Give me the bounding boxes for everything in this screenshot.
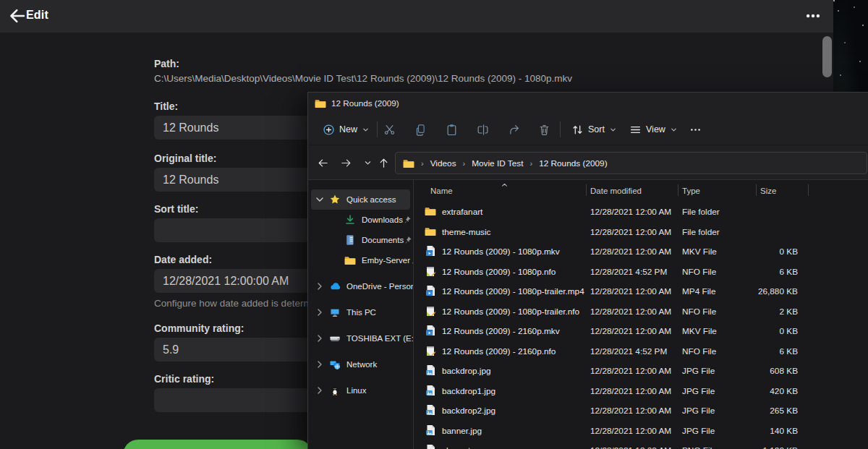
sort-arrows-icon (571, 124, 584, 136)
nav-forward-button[interactable] (337, 154, 354, 171)
file-row[interactable]: extrafanart12/28/2021 12:00 AMFile folde… (414, 202, 868, 222)
folder-icon (344, 255, 356, 266)
file-row[interactable]: theme-music12/28/2021 12:00 AMFile folde… (414, 222, 868, 242)
sidebar-item-this-pc[interactable]: This PC (311, 302, 410, 322)
file-date-modified: 12/28/2021 12:00 AM (590, 227, 671, 237)
sidebar-item-emby-server[interactable]: Emby-Server (311, 250, 410, 270)
file-date-modified: 12/28/2021 4:52 PM (590, 267, 667, 277)
sidebar-item-onedrive-personal[interactable]: OneDrive - Personal (311, 276, 410, 296)
save-button[interactable] (123, 440, 312, 449)
file-row[interactable]: backdrop.jpg12/28/2021 12:00 AMJPG File6… (414, 361, 868, 381)
file-date-modified: 12/28/2021 12:00 AM (590, 386, 671, 396)
file-row[interactable]: 12 Rounds (2009) - 2160p.mkv12/28/2021 1… (414, 321, 868, 341)
cut-button[interactable] (377, 118, 401, 141)
file-date-modified: 12/28/2021 12:00 AM (590, 307, 671, 317)
file-name: 12 Rounds (2009) - 1080p.mkv (442, 247, 560, 257)
paste-button[interactable] (439, 118, 464, 141)
column-header-size[interactable]: Size (760, 187, 776, 195)
chevron-down-icon (362, 126, 370, 134)
sidebar-item-documents[interactable]: Documents (311, 230, 410, 250)
image-file-icon (425, 424, 436, 436)
document-icon (344, 234, 356, 246)
rename-icon (477, 124, 489, 136)
breadcrumb[interactable]: › Videos › Movie ID Test › 12 Rounds (20… (395, 152, 867, 174)
more-options-button[interactable] (683, 118, 707, 141)
breadcrumb-separator: › (529, 159, 532, 168)
file-row[interactable]: banner.jpg12/28/2021 12:00 AMJPG File140… (414, 421, 868, 441)
view-button[interactable]: View (625, 118, 682, 141)
folder-icon (425, 226, 436, 237)
file-list-pane: Name Date modified Type Size extrafanart… (414, 180, 868, 449)
column-separator[interactable] (808, 184, 809, 196)
onedrive-icon (329, 281, 341, 292)
column-header-type[interactable]: Type (682, 187, 700, 195)
file-row[interactable]: 12 Rounds (2009) - 1080p.mkv12/28/2021 1… (414, 241, 868, 262)
emby-header: Edit (0, 0, 833, 33)
column-separator[interactable] (756, 184, 757, 196)
file-size: 26,880 KB (718, 286, 798, 296)
breadcrumb-12-rounds-2009[interactable]: 12 Rounds (2009) (539, 158, 607, 168)
chevron-right-icon[interactable] (314, 359, 326, 370)
column-header-name[interactable]: Name (430, 187, 453, 195)
chevron-right-icon[interactable] (314, 281, 326, 292)
file-date-modified: 12/28/2021 4:52 PM (590, 346, 667, 356)
arrow-right-icon (341, 158, 352, 168)
file-date-modified: 12/28/2021 12:00 AM (590, 286, 671, 296)
video-file-icon (425, 285, 436, 296)
share-button[interactable] (501, 118, 526, 141)
chevron-down-icon[interactable] (314, 194, 326, 205)
file-name: 12 Rounds (2009) - 2160p.mkv (442, 326, 560, 336)
breadcrumb-videos[interactable]: Videos (430, 158, 456, 168)
scissors-icon (383, 124, 396, 136)
nav-up-button[interactable] (375, 154, 392, 171)
sidebar-item-network[interactable]: Network (311, 354, 410, 375)
chevron-right-icon[interactable] (314, 307, 326, 318)
view-button-label: View (646, 124, 665, 134)
file-row[interactable]: backdrop2.jpg12/28/2021 12:00 AMJPG File… (414, 401, 868, 421)
file-row[interactable]: 12 Rounds (2009) - 1080p.nfo12/28/2021 4… (414, 262, 868, 282)
stars (833, 0, 835, 1)
delete-button[interactable] (532, 118, 556, 141)
sidebar-item-toshiba-ext-e[interactable]: TOSHIBA EXT (E:) (311, 328, 410, 348)
column-header-date-modified[interactable]: Date modified (590, 187, 642, 195)
drive-icon (329, 333, 341, 344)
file-date-modified: 12/28/2021 12:00 AM (590, 366, 671, 376)
file-explorer-window: 12 Rounds (2009) New (307, 92, 868, 449)
file-row[interactable]: backdrop1.jpg12/28/2021 12:00 AMJPG File… (414, 381, 868, 401)
file-size: 140 KB (718, 426, 798, 436)
column-separator[interactable] (678, 184, 678, 196)
file-type: JPG File (682, 426, 715, 436)
scrollbar-thumb[interactable] (822, 36, 832, 77)
chevron-down-icon (364, 159, 372, 167)
file-row[interactable]: 12 Rounds (2009) - 1080p-trailer.nfo12/2… (414, 302, 868, 322)
rename-button[interactable] (470, 118, 495, 141)
sidebar-item-downloads[interactable]: Downloads (311, 210, 410, 230)
nfo-file-icon (425, 345, 436, 356)
new-button[interactable]: New (318, 118, 374, 141)
video-file-icon (425, 245, 436, 257)
image-file-icon (425, 385, 436, 396)
screen: Edit Path: C:\Users\Media\Desktop\Videos… (0, 0, 868, 449)
file-row[interactable]: 12 Rounds (2009) - 1080p-trailer.mp412/2… (414, 281, 868, 302)
sidebar-item-quick-access[interactable]: Quick access (311, 189, 410, 210)
column-separator[interactable] (586, 184, 587, 196)
sort-button[interactable]: Sort (567, 118, 621, 141)
more-menu-button[interactable] (803, 7, 823, 25)
file-row[interactable]: 12 Rounds (2009) - 2160p.nfo12/28/2021 4… (414, 341, 868, 362)
image-file-icon (425, 444, 436, 449)
file-name: 12 Rounds (2009) - 1080p.nfo (442, 267, 556, 277)
copy-button[interactable] (408, 118, 433, 141)
back-button[interactable] (9, 7, 26, 25)
recent-locations-button[interactable] (359, 154, 376, 171)
file-name: backdrop1.jpg (442, 386, 495, 396)
chevron-right-icon[interactable] (314, 333, 326, 344)
breadcrumb-movie-id-test[interactable]: Movie ID Test (472, 158, 523, 168)
sidebar-item-linux[interactable]: Linux (311, 380, 410, 401)
file-date-modified: 12/28/2021 12:00 AM (590, 426, 671, 436)
file-row[interactable]: clearart.png12/28/2021 12:00 AMPNG File1… (414, 440, 868, 449)
file-type: MKV File (682, 247, 717, 257)
chevron-right-icon[interactable] (314, 385, 326, 396)
explorer-command-bar: New Sort (308, 114, 868, 145)
sort-button-label: Sort (588, 124, 605, 134)
nav-back-button[interactable] (314, 154, 331, 171)
